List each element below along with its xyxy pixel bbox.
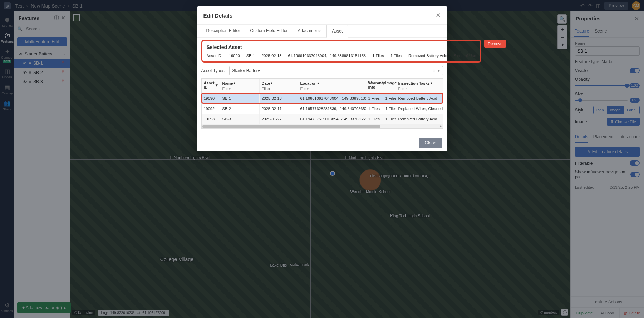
asset-location-value: 61.196610637043904, -149.8389813151158 [288,54,366,58]
tab-attachments[interactable]: Attachments [293,25,327,37]
asset-table: Asset ID ▾ Name ▴ Date ▴ Location ▴ Warr… [201,78,443,129]
edit-details-modal: Edit Details ✕ Description Editor Custom… [197,6,447,151]
close-icon[interactable]: ✕ [436,11,441,19]
asset-types-select[interactable]: Starter Battery × ▾ [229,66,443,75]
col-asset-id[interactable]: Asset ID ▾ [204,81,218,89]
col-warranty[interactable]: Warranty Info [368,81,381,89]
asset-date-value: 2025-02-13 [261,54,281,58]
scroll-right-icon[interactable]: ▸ [439,124,443,128]
chevron-down-icon[interactable]: ▾ [438,68,440,73]
filter-tasks[interactable] [398,86,441,91]
tab-custom-field-editor[interactable]: Custom Field Editor [245,25,292,37]
filter-name[interactable] [222,86,257,91]
asset-name-value: SB-1 [246,54,255,58]
col-date[interactable]: Date ▴ [262,81,296,85]
asset-id-value: 19090 [229,54,240,58]
table-row[interactable]: 19093 SB-3 2025-01-27 61.194757505013854… [202,114,443,124]
selected-asset-box: Selected Asset Asset ID: 19090 SB-1 2025… [201,40,482,63]
asset-id-label: Asset ID: [207,54,223,58]
col-name[interactable]: Name ▴ [222,81,257,85]
clear-icon[interactable]: × [433,68,435,73]
asset-extras-value: Signs of Use [454,54,476,58]
close-button[interactable]: Close [419,138,442,148]
asset-image-value: 1 Files [390,54,402,58]
filter-location[interactable] [300,86,364,91]
remove-button[interactable]: Remove [484,40,506,48]
table-row[interactable]: 19092 SB-2 2025-02-11 61.19577628281539,… [202,103,443,114]
horizontal-scrollbar[interactable]: ◂ ▸ [202,124,443,128]
col-image[interactable]: Image [385,81,394,85]
selected-asset-heading: Selected Asset [207,44,476,50]
scroll-thumb[interactable] [202,125,381,128]
table-row[interactable]: 19090 SB-1 2025-02-13 61.196610637043904… [202,93,443,103]
modal-title: Edit Details [203,13,233,19]
col-inspection-tasks[interactable]: Inspection Tasks ▴ [398,81,441,85]
col-location[interactable]: Location ▴ [300,81,364,85]
tab-asset[interactable]: Asset [326,25,348,38]
asset-types-label: Asset Types [201,68,226,73]
tab-description-editor[interactable]: Description Editor [201,25,245,37]
filter-date[interactable] [262,86,296,91]
asset-warranty-value: 1 Files [372,54,384,58]
asset-tasks-value: Removed Battery Acid [408,54,447,58]
